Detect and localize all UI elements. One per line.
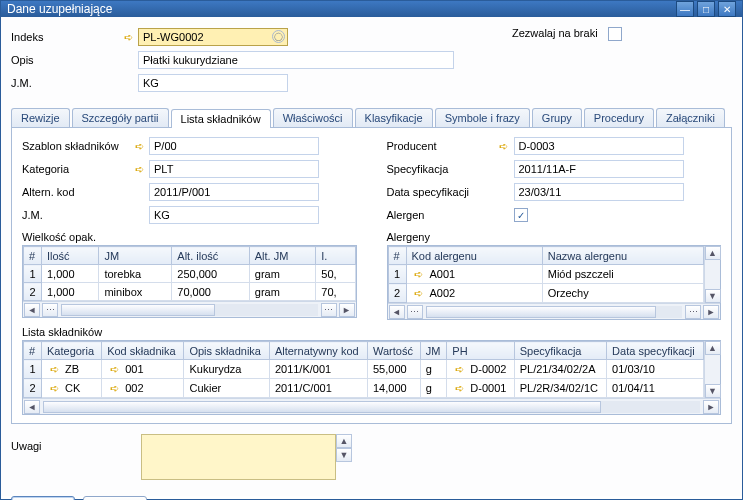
col-num[interactable]: #	[388, 247, 406, 265]
col[interactable]: Wartość	[368, 342, 421, 360]
tab-symbole[interactable]: Symbole i frazy	[435, 108, 530, 127]
scroll-thumb[interactable]	[61, 304, 215, 316]
tab-zalaczniki[interactable]: Załączniki	[656, 108, 725, 127]
cell[interactable]: 55,000	[368, 360, 421, 379]
col[interactable]: Alternatywny kod	[269, 342, 367, 360]
zezwalaj-checkbox[interactable]	[608, 27, 622, 41]
vscrollbar[interactable]: ▲ ▼	[704, 246, 720, 303]
cell[interactable]: 250,000	[172, 265, 249, 283]
table-row[interactable]: 2 ➪A002 Orzechy	[388, 284, 704, 303]
table-row[interactable]: 1 ➪ZB ➪001 Kukurydza 2011/K/001 55,000 g…	[24, 360, 704, 379]
col[interactable]: Kod składnika	[102, 342, 184, 360]
lookup-icon[interactable]: ◯	[272, 30, 285, 43]
col-ilosc[interactable]: Ilość	[42, 247, 99, 265]
hscrollbar[interactable]: ◄ ⋯ ⋯ ►	[23, 301, 356, 317]
scroll-step-icon[interactable]: ⋯	[407, 305, 423, 319]
cell[interactable]: ➪A001	[406, 265, 542, 284]
cell[interactable]: Kukurydza	[184, 360, 269, 379]
cell[interactable]: Cukier	[184, 379, 269, 398]
hscrollbar[interactable]: ◄ ⋯ ⋯ ►	[388, 303, 721, 319]
cell[interactable]: g	[420, 379, 447, 398]
cell[interactable]: 50,	[316, 265, 355, 283]
cell[interactable]: Miód pszczeli	[542, 265, 703, 284]
cell[interactable]: torebka	[99, 265, 172, 283]
col-altilosc[interactable]: Alt. ilość	[172, 247, 249, 265]
maximize-button[interactable]: □	[697, 1, 715, 17]
cell[interactable]: 14,000	[368, 379, 421, 398]
scroll-up-icon[interactable]: ▲	[705, 246, 721, 260]
cell[interactable]: Orzechy	[542, 284, 703, 303]
scroll-left-icon[interactable]: ◄	[389, 305, 405, 319]
cell[interactable]: ➪CK	[42, 379, 102, 398]
altkod-input[interactable]	[149, 183, 319, 201]
ok-button[interactable]: OK	[11, 496, 75, 500]
col-jm[interactable]: JM	[99, 247, 172, 265]
cell[interactable]: 01/03/10	[607, 360, 704, 379]
close-button[interactable]: ✕	[718, 1, 736, 17]
scroll-down-icon[interactable]: ▼	[336, 448, 352, 462]
scroll-thumb[interactable]	[426, 306, 657, 318]
alergen-checkbox[interactable]: ✓	[514, 208, 528, 222]
spec-input[interactable]	[514, 160, 684, 178]
tab-procedury[interactable]: Procedury	[584, 108, 654, 127]
cell[interactable]: 2011/K/001	[269, 360, 367, 379]
hscrollbar[interactable]: ◄ ►	[23, 398, 720, 414]
cell[interactable]: 01/04/11	[607, 379, 704, 398]
table-row[interactable]: 2 1,000 minibox 70,000 gram 70,	[24, 283, 356, 301]
jm-input[interactable]	[138, 74, 288, 92]
tab-wlasciwosci[interactable]: Właściwości	[273, 108, 353, 127]
cell[interactable]: ➪001	[102, 360, 184, 379]
jm2-input[interactable]	[149, 206, 319, 224]
col[interactable]: Data specyfikacji	[607, 342, 704, 360]
cell[interactable]: gram	[249, 283, 316, 301]
cell[interactable]: ➪ZB	[42, 360, 102, 379]
anuluj-button[interactable]: Anuluj	[83, 496, 147, 500]
scroll-right-icon[interactable]: ►	[339, 303, 355, 317]
tab-rewizje[interactable]: Rewizje	[11, 108, 70, 127]
col-num[interactable]: #	[24, 247, 42, 265]
cell[interactable]: 70,000	[172, 283, 249, 301]
kategoria-input[interactable]	[149, 160, 319, 178]
tab-lista-skladnikow[interactable]: Lista składników	[171, 109, 271, 128]
col[interactable]: Specyfikacja	[514, 342, 606, 360]
tab-szczegoly[interactable]: Szczegóły partii	[72, 108, 169, 127]
producent-input[interactable]	[514, 137, 684, 155]
col[interactable]: PH	[447, 342, 514, 360]
scroll-down-icon[interactable]: ▼	[705, 384, 721, 398]
scroll-step-icon[interactable]: ⋯	[321, 303, 337, 317]
scroll-thumb[interactable]	[43, 401, 601, 413]
col[interactable]: Kategoria	[42, 342, 102, 360]
opis-input[interactable]	[138, 51, 454, 69]
col[interactable]: #	[24, 342, 42, 360]
cell[interactable]: 70,	[316, 283, 355, 301]
scroll-up-icon[interactable]: ▲	[705, 341, 721, 355]
col-nazwa[interactable]: Nazwa alergenu	[542, 247, 703, 265]
cell[interactable]: minibox	[99, 283, 172, 301]
table-row[interactable]: 1 1,000 torebka 250,000 gram 50,	[24, 265, 356, 283]
szablon-input[interactable]	[149, 137, 319, 155]
cell[interactable]: ➪002	[102, 379, 184, 398]
cell[interactable]: g	[420, 360, 447, 379]
col-i[interactable]: I.	[316, 247, 355, 265]
scroll-down-icon[interactable]: ▼	[705, 289, 721, 303]
scroll-right-icon[interactable]: ►	[703, 305, 719, 319]
tab-grupy[interactable]: Grupy	[532, 108, 582, 127]
vscrollbar[interactable]: ▲ ▼	[704, 341, 720, 398]
scroll-step-icon[interactable]: ⋯	[42, 303, 58, 317]
cell[interactable]: ➪A002	[406, 284, 542, 303]
cell[interactable]: 2011/C/001	[269, 379, 367, 398]
tab-klasyfikacje[interactable]: Klasyfikacje	[355, 108, 433, 127]
col-kod[interactable]: Kod alergenu	[406, 247, 542, 265]
col-altjm[interactable]: Alt. JM	[249, 247, 316, 265]
minimize-button[interactable]: —	[676, 1, 694, 17]
dataspec-input[interactable]	[514, 183, 684, 201]
cell[interactable]: 1,000	[42, 283, 99, 301]
table-row[interactable]: 2 ➪CK ➪002 Cukier 2011/C/001 14,000 g ➪D…	[24, 379, 704, 398]
scroll-left-icon[interactable]: ◄	[24, 303, 40, 317]
col[interactable]: Opis składnika	[184, 342, 269, 360]
uwagi-textarea[interactable]	[141, 434, 336, 480]
cell[interactable]: gram	[249, 265, 316, 283]
scroll-left-icon[interactable]: ◄	[24, 400, 40, 414]
cell[interactable]: ➪D-0002	[447, 360, 514, 379]
table-row[interactable]: 1 ➪A001 Miód pszczeli	[388, 265, 704, 284]
